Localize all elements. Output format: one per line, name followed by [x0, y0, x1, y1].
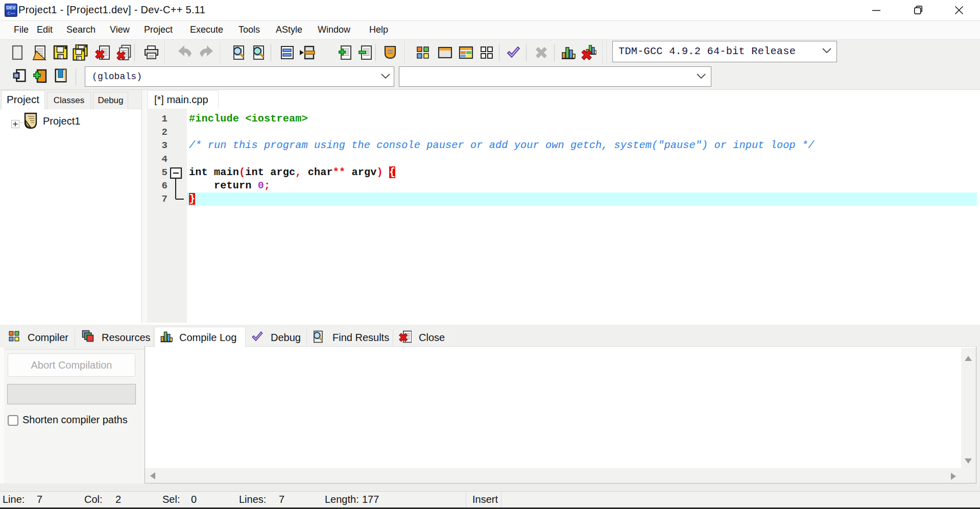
svg-text:DEV: DEV — [7, 5, 16, 10]
svg-text:C: C — [8, 11, 11, 16]
svg-text:++: ++ — [11, 11, 15, 16]
